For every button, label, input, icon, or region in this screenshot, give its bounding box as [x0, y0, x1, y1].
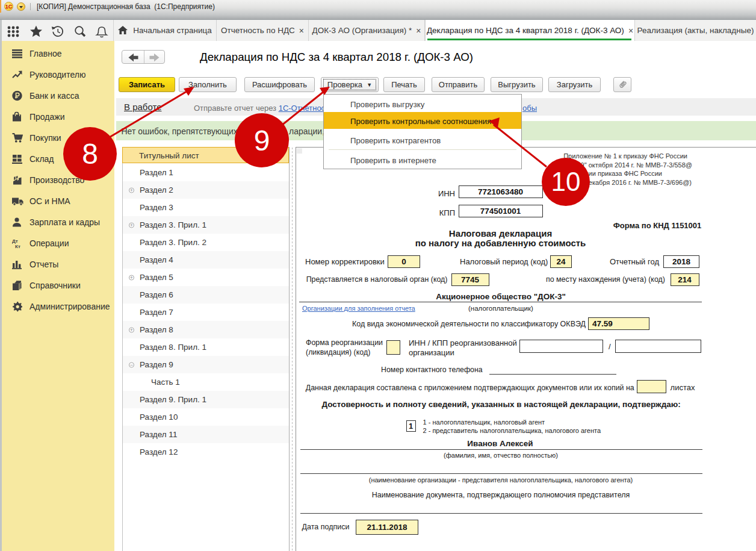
svg-text:Кт: Кт — [15, 244, 20, 249]
